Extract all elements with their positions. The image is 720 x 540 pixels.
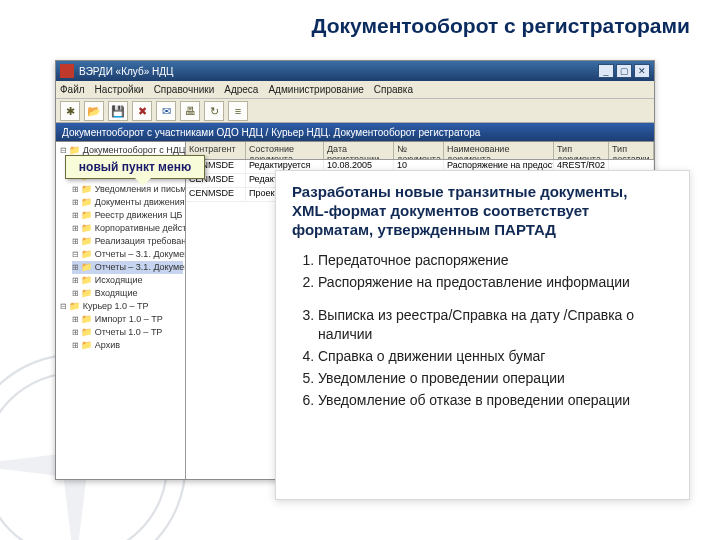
close-button[interactable]: ✕ [634,64,650,78]
tree-item[interactable]: Архив [72,339,183,352]
menu-item[interactable]: Справочники [154,84,215,95]
grid-header: КонтрагентСостояние документаДата регист… [186,142,654,160]
tree-item[interactable]: Входящие [72,287,183,300]
tree-item[interactable]: Документы движения ЦБ [72,196,183,209]
tree-item[interactable]: Корпоративные действия [72,222,183,235]
menubar: Файл Настройки Справочники Адреса Админи… [56,81,654,99]
overlay-headline: Разработаны новые транзитные документы, … [292,183,673,239]
grid-column-header[interactable]: Состояние документа [246,142,324,159]
grid-column-header[interactable]: Наименование документа [444,142,554,159]
tree-item[interactable]: Реализация требований 3.1 НДЦ [72,235,183,248]
callout-new-menu: новый пункт меню [65,155,205,179]
titlebar: ВЭРДИ «Клуб» НДЦ _ ▢ ✕ [56,61,654,81]
menu-item[interactable]: Администрирование [268,84,363,95]
list-item: Выписка из реестра/Справка на дату /Спра… [318,306,673,344]
overlay-info-card: Разработаны новые транзитные документы, … [275,170,690,500]
toolbar-btn-refresh[interactable]: ↻ [204,101,224,121]
tree-item[interactable]: Уведомления и письма [72,183,183,196]
toolbar-btn-extra[interactable]: ≡ [228,101,248,121]
menu-item[interactable]: Адреса [224,84,258,95]
maximize-button[interactable]: ▢ [616,64,632,78]
grid-column-header[interactable]: № документа [394,142,444,159]
toolbar-btn-print[interactable]: 🖶 [180,101,200,121]
menu-item[interactable]: Справка [374,84,413,95]
window-title: ВЭРДИ «Клуб» НДЦ [79,66,593,77]
tree-item-selected[interactable]: Отчеты – 3.1. Документооборот регистрато… [72,261,183,274]
menu-item[interactable]: Настройки [95,84,144,95]
minimize-button[interactable]: _ [598,64,614,78]
tree-pane[interactable]: Документооборот с НДЦ Архив Отчеты Уведо… [56,142,186,479]
overlay-list-1: Передаточное распоряжение Распоряжение н… [292,251,673,292]
grid-column-header[interactable]: Тип доставки [609,142,654,159]
tree-item[interactable]: Отчеты – 3.1. Документооборот регистрато… [72,248,183,261]
tree-subroot[interactable]: Курьер 1.0 – ТР Импорт 1.0 – ТР Отчеты 1… [60,300,183,352]
list-item: Распоряжение на предоставление информаци… [318,273,673,292]
toolbar: ✱ 📂 💾 ✖ ✉ 🖶 ↻ ≡ [56,99,654,123]
window-buttons: _ ▢ ✕ [598,64,650,78]
menu-item[interactable]: Файл [60,84,85,95]
list-item: Справка о движении ценных бумаг [318,347,673,366]
toolbar-btn-open[interactable]: 📂 [84,101,104,121]
grid-column-header[interactable]: Дата регистрации [324,142,394,159]
toolbar-btn-save[interactable]: 💾 [108,101,128,121]
grid-column-header[interactable]: Тип документа [554,142,609,159]
toolbar-btn-send[interactable]: ✉ [156,101,176,121]
tree-item[interactable]: Реестр движения ЦБ [72,209,183,222]
toolbar-btn-delete[interactable]: ✖ [132,101,152,121]
app-icon [60,64,74,78]
list-item: Передаточное распоряжение [318,251,673,270]
tree-item[interactable]: Импорт 1.0 – ТР [72,313,183,326]
overlay-list-2: Выписка из реестра/Справка на дату /Спра… [292,306,673,409]
tree-item[interactable]: Исходящие [72,274,183,287]
list-item: Уведомление об отказе в проведении опера… [318,391,673,410]
list-item: Уведомление о проведении операции [318,369,673,388]
table-cell: CENMSDE [186,188,246,202]
doc-path-bar: Документооборот с участниками ОДО НДЦ / … [56,123,654,141]
tree-item[interactable]: Отчеты 1.0 – ТР [72,326,183,339]
toolbar-btn-new[interactable]: ✱ [60,101,80,121]
page-title: Документооборот с регистраторами [0,0,720,46]
